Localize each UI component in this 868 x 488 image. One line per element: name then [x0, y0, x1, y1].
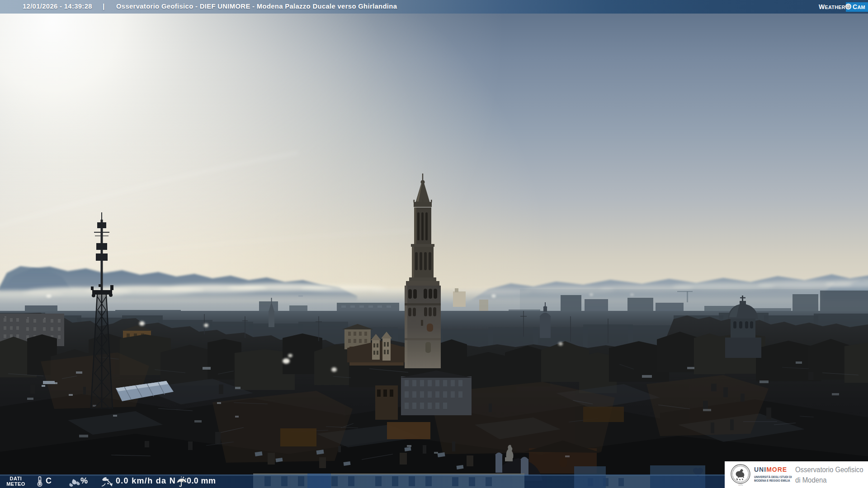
svg-text:1175: 1175	[738, 484, 743, 486]
